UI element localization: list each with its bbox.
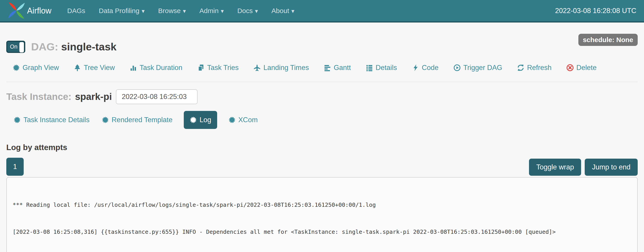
nav-item-label: Browse <box>158 7 180 15</box>
toggle-on-label: On <box>10 43 17 50</box>
list-icon <box>366 64 373 71</box>
nav-item-docs[interactable]: Docs ▾ <box>230 0 264 21</box>
tab-label: Trigger DAG <box>464 64 502 72</box>
refresh-icon <box>517 64 524 71</box>
tab-label: Log <box>200 116 211 124</box>
tab-gantt[interactable]: Gantt <box>324 64 351 72</box>
copy-icon <box>197 64 204 71</box>
certificate-icon <box>190 116 197 124</box>
bar-chart-icon <box>130 64 137 71</box>
tab-refresh[interactable]: Refresh <box>517 64 552 72</box>
tab-label: Details <box>376 64 397 72</box>
tab-label: Task Instance Details <box>24 116 90 124</box>
delete-circle-x-icon <box>566 64 574 71</box>
caret-down-icon: ▾ <box>291 8 294 15</box>
brand-label: Airflow <box>27 6 52 15</box>
tab-label: XCom <box>238 116 258 124</box>
tab-xcom[interactable]: XCom <box>228 111 259 129</box>
bolt-icon <box>412 64 419 71</box>
nav-item-label: About <box>272 7 289 15</box>
dag-view-tabs: Graph View Tree View Task Duration Task … <box>13 64 638 72</box>
certificate-icon <box>14 116 21 124</box>
tab-landing-times[interactable]: Landing Times <box>254 64 309 72</box>
navbar-menu: DAGs Data Profiling ▾ Browse ▾ Admin ▾ D… <box>60 0 301 21</box>
caret-down-icon: ▾ <box>255 8 258 15</box>
tab-rendered-template[interactable]: Rendered Template <box>101 111 174 129</box>
nav-item-admin[interactable]: Admin ▾ <box>192 0 230 21</box>
task-instance-header: Task Instance: spark-pi <box>6 89 638 104</box>
tree-icon <box>74 64 81 71</box>
tab-label: Task Tries <box>207 64 239 72</box>
tab-graph-view[interactable]: Graph View <box>13 64 59 72</box>
nav-item-browse[interactable]: Browse ▾ <box>151 0 192 21</box>
log-actions: Toggle wrap Jump to end <box>529 159 638 176</box>
tab-task-duration[interactable]: Task Duration <box>130 64 182 72</box>
schedule-badge: schedule: None <box>578 34 638 46</box>
tab-task-instance-details[interactable]: Task Instance Details <box>13 111 90 129</box>
log-toolbar: 1 Toggle wrap Jump to end <box>6 158 638 176</box>
attempt-1-tab[interactable]: 1 <box>6 158 24 176</box>
log-output-panel: *** Reading local file: /usr/local/airfl… <box>6 177 638 252</box>
top-navbar: Airflow DAGs Data Profiling ▾ Browse ▾ A… <box>0 0 644 22</box>
utc-clock: 2022-03-08 16:28:08 UTC <box>555 7 636 15</box>
tab-log[interactable]: Log <box>184 111 217 129</box>
divider <box>6 82 638 82</box>
certificate-icon <box>228 116 236 124</box>
tab-label: Tree View <box>84 64 115 72</box>
dag-header: On DAG: single-task schedule: None <box>6 40 638 53</box>
dag-title-prefix: DAG: <box>31 41 58 53</box>
execution-date-input[interactable] <box>116 89 198 104</box>
tab-label: Task Duration <box>140 64 182 72</box>
task-instance-label: Task Instance: <box>6 91 72 102</box>
nav-item-label: DAGs <box>67 7 85 15</box>
jump-to-end-button[interactable]: Jump to end <box>585 159 638 176</box>
nav-item-dags[interactable]: DAGs <box>60 0 92 21</box>
tab-task-tries[interactable]: Task Tries <box>197 64 239 72</box>
nav-item-data-profiling[interactable]: Data Profiling ▾ <box>92 0 151 21</box>
certificate-icon <box>102 116 109 124</box>
nav-item-label: Data Profiling <box>99 7 139 15</box>
certificate-icon <box>13 64 20 71</box>
task-name: spark-pi <box>75 91 112 102</box>
task-instance-view-tabs: Task Instance Details Rendered Template … <box>13 111 638 129</box>
tab-code[interactable]: Code <box>412 64 438 72</box>
tab-label: Code <box>422 64 438 72</box>
page-title: DAG: single-task <box>31 40 116 53</box>
tab-delete[interactable]: Delete <box>566 64 597 72</box>
plane-icon <box>254 64 261 71</box>
airflow-pinwheel-logo-icon <box>8 2 25 20</box>
tab-trigger-dag[interactable]: Trigger DAG <box>454 64 502 72</box>
log-by-attempts-heading: Log by attempts <box>6 143 638 152</box>
caret-down-icon: ▾ <box>221 8 224 15</box>
tab-label: Rendered Template <box>112 116 172 124</box>
play-circle-icon <box>454 64 461 71</box>
tab-label: Gantt <box>334 64 351 72</box>
dag-pause-toggle[interactable]: On <box>6 41 25 53</box>
airflow-brand-link[interactable]: Airflow <box>8 2 52 20</box>
log-line: *** Reading local file: /usr/local/airfl… <box>13 200 631 210</box>
dag-name: single-task <box>61 41 116 53</box>
tab-details[interactable]: Details <box>366 64 397 72</box>
tab-label: Landing Times <box>263 64 309 72</box>
tab-label: Refresh <box>527 64 552 72</box>
toggle-knob <box>20 42 24 52</box>
tab-label: Delete <box>576 64 597 72</box>
toggle-wrap-button[interactable]: Toggle wrap <box>529 159 581 176</box>
nav-item-label: Admin <box>199 7 218 15</box>
caret-down-icon: ▾ <box>183 8 186 15</box>
nav-item-label: Docs <box>237 7 252 15</box>
caret-down-icon: ▾ <box>142 8 144 15</box>
align-left-icon <box>324 64 331 71</box>
nav-item-about[interactable]: About ▾ <box>265 0 301 21</box>
tab-tree-view[interactable]: Tree View <box>74 64 115 72</box>
tab-label: Graph View <box>22 64 59 72</box>
log-line: [2022-03-08 16:25:08,316] {{taskinstance… <box>13 228 631 237</box>
